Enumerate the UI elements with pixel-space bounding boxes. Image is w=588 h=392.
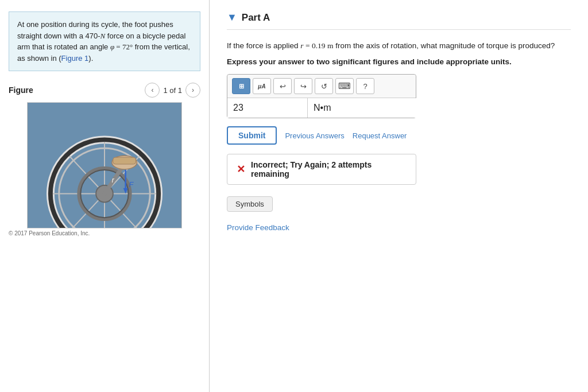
request-answer-link[interactable]: Request Answer: [353, 131, 407, 140]
feedback-text: Incorrect; Try Again; 2 attempts remaini…: [251, 160, 407, 178]
figure-nav-label: 1 of 1: [163, 86, 182, 95]
figure-caption: © 2017 Pearson Education, Inc.: [9, 230, 200, 236]
figure-image: F r: [27, 102, 182, 228]
redo-icon: ↪: [300, 82, 307, 91]
svg-rect-13: [113, 157, 136, 164]
unit-icon: μA: [258, 83, 265, 90]
figure-prev-button[interactable]: ‹: [145, 83, 160, 98]
refresh-button[interactable]: ↺: [315, 78, 333, 94]
incorrect-icon: ✕: [237, 163, 245, 176]
keyboard-button[interactable]: ⌨: [335, 78, 354, 94]
answer-inputs: [227, 98, 416, 118]
figure-label: Figure: [9, 86, 33, 95]
provide-feedback-link[interactable]: Provide Feedback: [227, 223, 571, 232]
figure-section: Figure ‹ 1 of 1 ›: [9, 83, 200, 236]
part-title: Part A: [242, 12, 270, 24]
redo-button[interactable]: ↪: [294, 78, 312, 94]
figure-header: Figure ‹ 1 of 1 ›: [9, 83, 200, 98]
matrix-icon: ⊞: [239, 83, 244, 90]
keyboard-icon: ⌨: [338, 81, 351, 91]
answer-toolbar: ⊞ μA ↩ ↪ ↺ ⌨ ?: [227, 75, 416, 98]
part-header: ▼ Part A: [227, 11, 571, 30]
answer-value-input[interactable]: [227, 98, 308, 118]
undo-icon: ↩: [280, 82, 286, 91]
help-icon: ?: [363, 82, 367, 91]
help-button[interactable]: ?: [356, 78, 374, 94]
undo-button[interactable]: ↩: [273, 78, 292, 94]
right-panel: ▼ Part A If the force is applied r = 0.1…: [210, 0, 588, 392]
question-instruction: Express your answer to two significant f…: [227, 57, 571, 66]
question-text: If the force is applied r = 0.19 m from …: [227, 40, 571, 52]
problem-text-box: At one position during its cycle, the fo…: [9, 11, 200, 71]
submit-button[interactable]: Submit: [227, 126, 277, 145]
answer-unit-input[interactable]: [308, 98, 434, 118]
left-panel: At one position during its cycle, the fo…: [0, 0, 210, 392]
refresh-icon: ↺: [321, 82, 327, 91]
action-row: Submit Previous Answers Request Answer: [227, 126, 571, 145]
feedback-box: ✕ Incorrect; Try Again; 2 attempts remai…: [227, 154, 416, 185]
previous-answers-link[interactable]: Previous Answers: [285, 131, 344, 140]
unit-button[interactable]: μA: [253, 78, 271, 94]
matrix-button[interactable]: ⊞: [232, 78, 250, 94]
figure-nav: ‹ 1 of 1 ›: [145, 83, 200, 98]
answer-container: ⊞ μA ↩ ↪ ↺ ⌨ ?: [227, 74, 416, 118]
figure-link[interactable]: Figure 1: [61, 54, 89, 63]
figure-next-button[interactable]: ›: [185, 83, 200, 98]
svg-text:F: F: [129, 180, 134, 189]
symbols-button[interactable]: Symbols: [227, 196, 273, 212]
part-collapse-toggle[interactable]: ▼: [227, 11, 237, 24]
